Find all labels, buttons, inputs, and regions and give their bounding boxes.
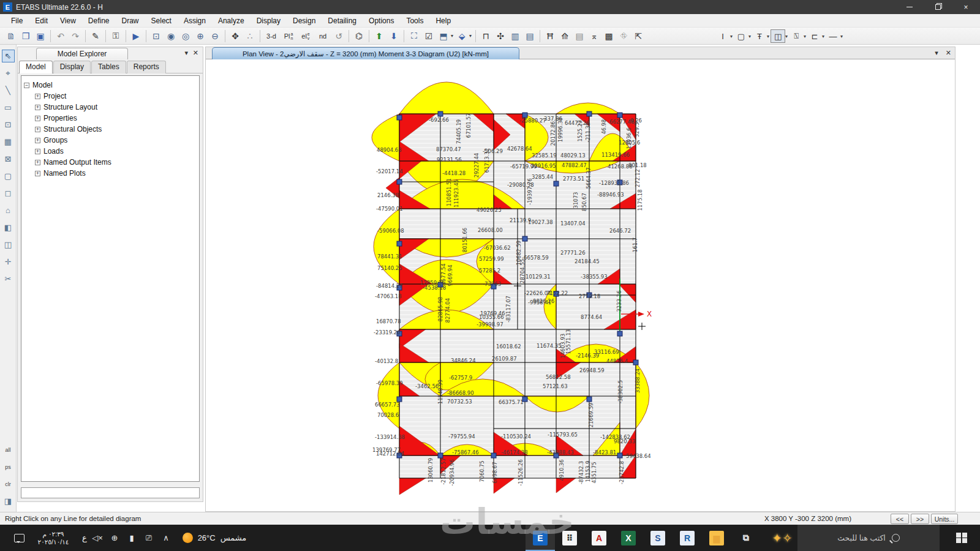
moment-lobe[interactable] xyxy=(378,362,399,429)
object-shading-icon[interactable]: ⬙ xyxy=(455,29,469,43)
building-plan-icon[interactable]: ▥ xyxy=(508,29,522,43)
menu-display[interactable]: Display xyxy=(251,15,287,27)
start-button[interactable] xyxy=(943,525,980,551)
section-slab-button-caret[interactable]: ▾ xyxy=(748,34,751,39)
joint-node[interactable] xyxy=(587,397,592,402)
menu-detailing[interactable]: Detailing xyxy=(322,15,363,27)
explorer-collapse-icon[interactable]: ▾ xyxy=(184,49,188,57)
menu-file[interactable]: File xyxy=(5,15,29,27)
select-all-button[interactable]: all xyxy=(2,443,15,456)
elevation-view-button[interactable]: elev xyxy=(298,29,314,43)
minimize-button[interactable] xyxy=(895,0,924,14)
joint-assign-icon[interactable]: ⟰ xyxy=(558,29,571,43)
tree-node-named-plots[interactable]: +Named Plots xyxy=(24,168,197,179)
joint-node[interactable] xyxy=(522,113,527,118)
volume-muted-icon[interactable]: ◁× xyxy=(92,533,102,542)
menu-assign[interactable]: Assign xyxy=(178,15,212,27)
network-globe-icon[interactable]: ⊕ xyxy=(110,533,119,542)
expand-box-icon[interactable]: + xyxy=(35,138,40,143)
select-clr-button[interactable]: clr xyxy=(2,478,15,490)
moment-lobe[interactable] xyxy=(372,114,399,161)
section-line-button-caret[interactable]: ▾ xyxy=(840,34,843,39)
cable-icon[interactable]: ⌅ xyxy=(587,29,601,43)
menu-options[interactable]: Options xyxy=(363,15,400,27)
draw-frame-icon[interactable]: ⊓ xyxy=(479,29,492,43)
rubber-band-zoom-icon[interactable]: ⊡ xyxy=(149,29,163,43)
taskbar-app-revit[interactable]: R xyxy=(673,525,702,551)
saddle-icon[interactable]: ⛗ xyxy=(617,29,630,43)
menu-design[interactable]: Design xyxy=(287,15,322,27)
taskbar-app-calculator[interactable]: ⠿ xyxy=(555,525,584,551)
moment-lobe[interactable] xyxy=(399,82,494,114)
taskbar-clock[interactable]: ٠٢:٣٩ م ٢٠٢٥/١٠/١٤ xyxy=(32,525,75,551)
section-channel-button-caret[interactable]: ▾ xyxy=(822,34,824,39)
draw-floor-icon[interactable]: ▢ xyxy=(2,170,15,182)
menu-draw[interactable]: Draw xyxy=(116,15,145,27)
joint-node[interactable] xyxy=(587,111,592,116)
taskbar-app-excel[interactable]: X xyxy=(614,525,643,551)
section-boxed-i-button-caret[interactable]: ▾ xyxy=(785,34,788,39)
expand-box-icon[interactable]: + xyxy=(35,116,40,121)
object-shading-icon-caret[interactable]: ▾ xyxy=(469,33,472,39)
named-display-button[interactable]: nd xyxy=(315,29,331,43)
extrude-view-icon[interactable]: ⬒ xyxy=(437,29,450,43)
expand-box-icon[interactable]: + xyxy=(35,127,40,132)
expand-box-icon[interactable]: + xyxy=(35,160,40,165)
section-line-button[interactable]: ― xyxy=(826,29,840,43)
object-view-options-icon[interactable]: ⌬ xyxy=(352,29,366,43)
draw-ref-point-icon[interactable]: ✛ xyxy=(2,255,15,268)
undo-icon[interactable]: ↶ xyxy=(54,29,67,43)
walkthrough-icon[interactable]: ∴ xyxy=(243,29,257,43)
save-model-icon[interactable]: ▣ xyxy=(34,29,47,43)
explorer-tab-model[interactable]: Model xyxy=(19,61,53,73)
joint-node[interactable] xyxy=(438,111,443,116)
joint-node[interactable] xyxy=(397,397,402,402)
explorer-tab-display[interactable]: Display xyxy=(53,61,91,73)
run-analysis-icon[interactable]: ▶ xyxy=(129,29,143,43)
moment-lobe[interactable] xyxy=(374,209,399,284)
view-close-icon[interactable]: ✕ xyxy=(946,49,951,57)
joint-node[interactable] xyxy=(522,236,527,241)
taskbar-app-sap2000[interactable]: S xyxy=(643,525,673,551)
image-view-icon[interactable]: ▩ xyxy=(602,29,616,43)
tree-node-model[interactable]: −Model xyxy=(24,80,197,91)
tree-node-structural-objects[interactable]: +Structural Objects xyxy=(24,124,197,135)
joint-node[interactable] xyxy=(617,113,622,118)
tree-node-groups[interactable]: +Groups xyxy=(24,135,197,146)
menu-analyze[interactable]: Analyze xyxy=(212,15,251,27)
move-axes-icon[interactable]: ⇱ xyxy=(631,29,645,43)
view-tab-title[interactable]: Plan View - سقف الارضي2 - Z = 3200 (mm) … xyxy=(212,47,519,59)
joint-node[interactable] xyxy=(617,453,622,458)
joint-node[interactable] xyxy=(554,181,559,186)
close-button[interactable]: × xyxy=(952,0,980,14)
expand-box-icon[interactable]: + xyxy=(35,149,40,154)
language-indicator[interactable]: ع xyxy=(77,525,92,551)
joint-node[interactable] xyxy=(617,331,622,336)
expand-box-icon[interactable]: + xyxy=(35,94,40,99)
clear-selection-icon[interactable]: ◨ xyxy=(2,495,15,508)
menu-help[interactable]: Help xyxy=(429,15,457,27)
taskbar-app-autocad[interactable]: A xyxy=(584,525,614,551)
select-ps-button[interactable]: ps xyxy=(2,460,15,473)
explorer-close-icon[interactable]: ✕ xyxy=(193,49,198,57)
tree-node-project[interactable]: +Project xyxy=(24,91,197,102)
weather-widget[interactable]: 26°C مشمس xyxy=(175,525,254,551)
joint-node[interactable] xyxy=(397,115,402,120)
joint-node[interactable] xyxy=(397,179,402,184)
tree-node-loads[interactable]: +Loads xyxy=(24,146,197,157)
collapse-box-icon[interactable]: − xyxy=(24,83,29,88)
section-i-beam-button-caret[interactable]: ▾ xyxy=(730,34,733,39)
quick-draw-secondary-icon[interactable]: ⊠ xyxy=(2,152,15,165)
frame-support-icon[interactable]: Ħ xyxy=(543,29,557,43)
zoom-in-icon[interactable]: ⊕ xyxy=(194,29,207,43)
taskbar-app-etabs[interactable]: E xyxy=(526,525,555,551)
snap-points-icon[interactable]: ✣ xyxy=(494,29,507,43)
expand-box-icon[interactable]: + xyxy=(35,171,40,176)
lock-model-icon[interactable]: ⚿ xyxy=(109,29,123,43)
joint-node[interactable] xyxy=(491,453,496,458)
menu-define[interactable]: Define xyxy=(82,15,116,27)
battery-icon[interactable]: ▮ xyxy=(127,533,137,542)
section-boxed-i-button[interactable]: ◫ xyxy=(771,29,785,43)
section-tee-button[interactable]: Ŧ xyxy=(752,29,767,43)
section-tee-button-caret[interactable]: ▾ xyxy=(767,34,769,39)
